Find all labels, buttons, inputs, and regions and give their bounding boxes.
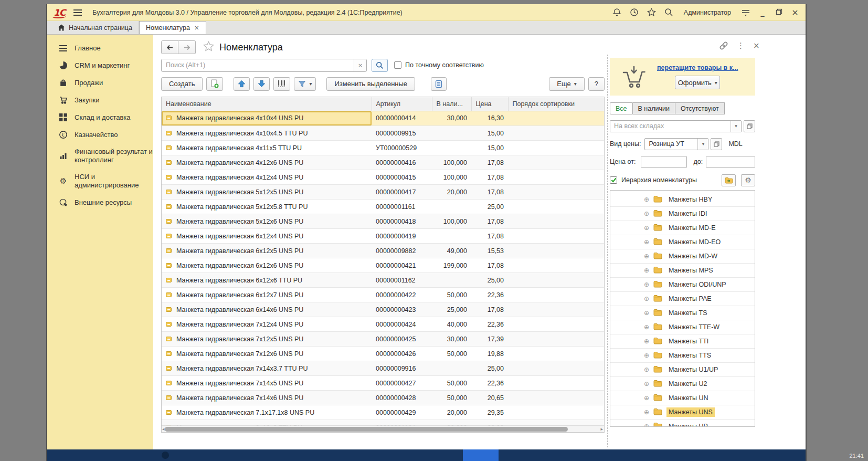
restore-button[interactable]: [775, 8, 783, 17]
sidebar-item-shopping-cart[interactable]: Закупки: [47, 91, 153, 109]
back-button[interactable]: [161, 40, 178, 54]
warehouse-input[interactable]: [610, 121, 731, 132]
search-clear-button[interactable]: ×: [354, 59, 366, 71]
list-settings-button[interactable]: [431, 77, 447, 91]
panel-close-icon[interactable]: ×: [753, 41, 760, 50]
tree-item[interactable]: ⊕Манжеты UN: [610, 391, 755, 405]
table-row[interactable]: Манжета гидравлическая 6x14x6 UNS PU0000…: [162, 302, 604, 317]
panel-menu-kebab-icon[interactable]: ⋮: [737, 41, 745, 50]
move-up-button[interactable]: [234, 77, 250, 91]
table-row[interactable]: Манжета гидравлическая 6x12x5 UNS PU0000…: [162, 244, 604, 258]
expand-icon[interactable]: ⊕: [644, 366, 649, 373]
tree-item[interactable]: ⊕Манжеты HBY: [610, 193, 755, 207]
table-row[interactable]: Манжета гидравлическая 7x14x3.7 TTU PU00…: [162, 361, 604, 376]
tree-item[interactable]: ⊕Манжеты U1/UP: [610, 363, 755, 377]
tree-item[interactable]: ⊕Манжеты MD-EO: [610, 235, 755, 249]
move-to-group-button[interactable]: [722, 174, 736, 186]
expand-icon[interactable]: ⊕: [644, 281, 649, 288]
tree-settings-gear-icon[interactable]: ⚙: [741, 174, 755, 186]
column-header[interactable]: Цена: [471, 97, 508, 111]
tree-item[interactable]: ⊕Манжеты MPS: [610, 264, 755, 278]
tab-home[interactable]: Начальная страница: [51, 21, 139, 34]
sidebar-item-pie-chart[interactable]: CRM и маркетинг: [47, 57, 153, 74]
create-group-button[interactable]: [206, 77, 223, 91]
favorites-icon[interactable]: [647, 8, 657, 17]
expand-icon[interactable]: ⊕: [644, 352, 649, 359]
scrollbar-thumb[interactable]: [165, 427, 568, 432]
expand-icon[interactable]: ⊕: [644, 267, 649, 274]
tree-item[interactable]: ⊕Манжеты IDI: [610, 207, 755, 221]
barcode-button[interactable]: [273, 77, 290, 91]
column-header[interactable]: Артикул: [372, 97, 432, 111]
expand-icon[interactable]: ⊕: [644, 224, 649, 232]
filter-button[interactable]: ▾: [294, 77, 316, 91]
help-button[interactable]: ?: [588, 77, 605, 91]
column-header[interactable]: В нали...: [432, 97, 471, 111]
tree-item[interactable]: ⊕Манжеты TS: [610, 306, 755, 320]
tab-nomenclature[interactable]: Номенклатура ×: [139, 21, 206, 34]
price-type-select-button[interactable]: [711, 138, 722, 150]
sidebar-item-gear[interactable]: ⚙НСИ и администрирование: [47, 169, 153, 194]
sidebar-item-euro-coin[interactable]: €Казначейство: [47, 126, 153, 143]
more-button[interactable]: Еще▾: [549, 77, 584, 91]
current-user[interactable]: Администратор: [684, 9, 731, 16]
expand-icon[interactable]: ⊕: [644, 196, 649, 203]
table-row[interactable]: Манжета гидравлическая 7x14x6 UNS PU0000…: [162, 391, 604, 405]
expand-icon[interactable]: ⊕: [644, 323, 649, 331]
notifications-icon[interactable]: [612, 8, 622, 17]
stock-tab[interactable]: Отсутствуют: [675, 102, 725, 114]
expand-icon[interactable]: ⊕: [644, 423, 649, 427]
taskbar-icon[interactable]: [162, 452, 169, 459]
column-header[interactable]: Наименование: [162, 97, 372, 111]
minimize-button[interactable]: _: [758, 8, 767, 17]
warehouse-dropdown-icon[interactable]: ▾: [731, 121, 741, 132]
hierarchy-checkbox[interactable]: [610, 176, 617, 184]
table-row[interactable]: Манжета гидравлическая 4x10x4 UNS PU0000…: [162, 111, 604, 126]
expand-icon[interactable]: ⊕: [644, 238, 649, 246]
close-button[interactable]: ×: [791, 7, 799, 17]
tree-item[interactable]: ⊕Манжеты UP: [610, 420, 755, 427]
table-row[interactable]: Манжета гидравлическая 5x12x5.8 TTU PU00…: [162, 200, 604, 214]
service-menu-icon[interactable]: [741, 8, 750, 17]
stock-tab[interactable]: В наличии: [633, 102, 675, 114]
table-row[interactable]: Манжета гидравлическая 6x12x6 UNS PU0000…: [162, 258, 604, 273]
exact-match-checkbox[interactable]: [394, 61, 401, 69]
tree-item[interactable]: ⊕Манжеты MD-W: [610, 249, 755, 264]
tree-item[interactable]: ⊕Манжеты TTI: [610, 334, 755, 349]
sidebar-item-menu[interactable]: Главное: [47, 39, 153, 57]
get-link-icon[interactable]: [719, 41, 728, 50]
table-row[interactable]: Манжета гидравлическая 7x14x5 UNS PU0000…: [162, 376, 604, 391]
global-search-icon[interactable]: [664, 8, 674, 17]
table-row[interactable]: Манжета гидравлическая 6x12x4 UNS PU0000…: [162, 229, 604, 244]
cart-dropzone[interactable]: перетащите товары в к... Оформить▾: [610, 58, 755, 96]
table-row[interactable]: Манжета гидравлическая 7x12x5 UNS PU0000…: [162, 332, 604, 347]
table-row[interactable]: Манжета гидравлическая 4x10x4.5 TTU PU00…: [162, 126, 604, 141]
favorite-star-icon[interactable]: [203, 41, 214, 54]
expand-icon[interactable]: ⊕: [644, 338, 649, 345]
tree-item[interactable]: ⊕Манжеты TTE-W: [610, 320, 755, 334]
stock-tab[interactable]: Все: [610, 102, 633, 114]
tree-item[interactable]: ⊕Манжеты UNS: [610, 405, 755, 420]
expand-icon[interactable]: ⊕: [644, 295, 649, 302]
table-row[interactable]: Манжета гидравлическая 7.1x17.1x8 UNS PU…: [162, 405, 604, 420]
table-row[interactable]: Манжета гидравлическая 6x12x6 TTU PU0000…: [162, 273, 604, 288]
horizontal-scrollbar[interactable]: ◂ ▸: [162, 425, 604, 432]
tree-item[interactable]: ⊕Манжеты U2: [610, 377, 755, 391]
main-menu-button[interactable]: [73, 8, 82, 17]
sidebar-item-globe-arrow[interactable]: Внешние ресурсы: [47, 194, 153, 211]
search-input[interactable]: [162, 59, 354, 71]
price-type-value[interactable]: Розница УТ: [645, 139, 697, 150]
table-row[interactable]: Манжета гидравлическая 5x12x5 UNS PU0000…: [162, 185, 604, 200]
sidebar-item-shopping-bag[interactable]: Продажи: [47, 74, 153, 91]
tree-item[interactable]: ⊕Манжеты TTS: [610, 349, 755, 363]
table-row[interactable]: Манжета гидравлическая 4x12x6 UNS PU0000…: [162, 155, 604, 170]
sidebar-item-bar-chart[interactable]: Финансовый результат и контроллинг: [47, 143, 153, 169]
expand-icon[interactable]: ⊕: [644, 309, 649, 317]
price-to-input[interactable]: [706, 156, 755, 167]
tree-item[interactable]: ⊕Манжеты ODI/UNP: [610, 278, 755, 292]
search-button[interactable]: [372, 59, 388, 72]
expand-icon[interactable]: ⊕: [644, 253, 649, 260]
drag-products-link[interactable]: перетащите товары в к...: [657, 64, 738, 71]
table-row[interactable]: Манжета гидравлическая 7x12x6 UNS PU0000…: [162, 347, 604, 361]
scroll-left-arrow-icon[interactable]: ◂: [162, 426, 165, 433]
